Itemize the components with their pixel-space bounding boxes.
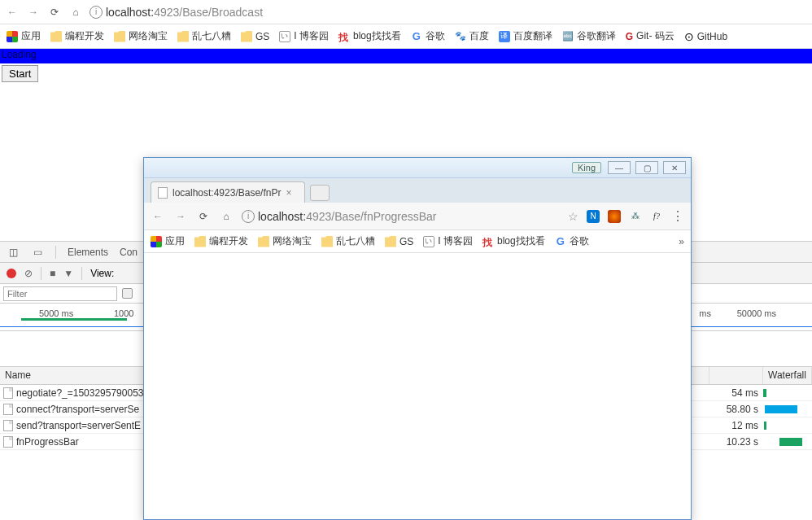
- timeline-load-bar: [21, 318, 127, 321]
- googtr-icon: 🔤: [562, 31, 574, 42]
- popup-home-button[interactable]: ⌂: [219, 209, 234, 224]
- start-button[interactable]: Start: [2, 65, 38, 82]
- bookmark-item[interactable]: ⊙GitHub: [684, 30, 727, 43]
- waterfall-bar: [764, 422, 766, 430]
- col-time[interactable]: [709, 367, 763, 384]
- ext-icon-f[interactable]: f?: [650, 210, 663, 223]
- ext-icon-circle[interactable]: [608, 210, 621, 223]
- menu-button[interactable]: ⋮: [671, 208, 684, 224]
- folder-icon: [321, 236, 333, 247]
- bookmark-label: I 博客园: [294, 29, 329, 43]
- apps-icon: [7, 31, 18, 42]
- new-tab-button[interactable]: [310, 185, 330, 201]
- site-info-icon[interactable]: i: [242, 210, 255, 223]
- camera-icon[interactable]: ■: [50, 268, 55, 279]
- timeline-tick: 5000 ms: [39, 308, 73, 318]
- paw-icon: 🐾: [455, 31, 466, 42]
- request-time: 10.23 s: [709, 436, 763, 448]
- maximize-button[interactable]: ▢: [635, 161, 658, 174]
- blue-i-icon: [279, 31, 290, 42]
- back-button[interactable]: ←: [5, 5, 20, 20]
- bookmark-item[interactable]: 🐾百度: [455, 29, 489, 43]
- git-icon: G: [626, 31, 633, 42]
- file-icon: [3, 404, 13, 415]
- bookmark-item[interactable]: 编程开发: [194, 234, 248, 248]
- bookmark-item[interactable]: 译百度翻译: [499, 29, 552, 43]
- bookmark-item[interactable]: G谷歌: [411, 29, 445, 43]
- folder-icon: [194, 236, 206, 247]
- bookmark-item[interactable]: GS: [241, 31, 269, 42]
- ext-icon-pulse[interactable]: ⁂: [629, 210, 642, 223]
- popup-titlebar[interactable]: King — ▢ ✕: [144, 158, 691, 178]
- bookmark-label: 应用: [21, 29, 41, 43]
- bookmark-item[interactable]: I 博客园: [423, 234, 473, 248]
- bookmark-item[interactable]: 🔤谷歌翻译: [562, 29, 616, 43]
- bookmark-item[interactable]: 编程开发: [50, 29, 104, 43]
- window-badge: King: [572, 162, 601, 173]
- col-waterfall[interactable]: Waterfall: [763, 367, 812, 384]
- waterfall-bar: [763, 389, 766, 397]
- regex-checkbox[interactable]: [122, 288, 133, 299]
- folder-icon: [385, 236, 396, 247]
- bookmarks-overflow[interactable]: »: [679, 236, 684, 247]
- request-name: fnProgressBar: [16, 436, 79, 448]
- bookmark-item[interactable]: 找blog找找看: [482, 234, 545, 248]
- bookmark-item[interactable]: I 博客园: [279, 29, 329, 43]
- bookmark-item[interactable]: G谷歌: [555, 234, 589, 248]
- bookmark-item[interactable]: 应用: [151, 234, 185, 248]
- popup-bookmarks-bar: 应用编程开发网络淘宝乱七八糟GSI 博客园找blog找找看G谷歌»: [144, 230, 691, 253]
- folder-icon: [241, 31, 252, 42]
- bookmark-item[interactable]: GGit- 码云: [626, 29, 674, 43]
- bookmark-item[interactable]: 网络淘宝: [114, 29, 168, 43]
- inspect-icon[interactable]: ◫: [7, 247, 20, 258]
- bookmark-label: 谷歌翻译: [577, 29, 616, 43]
- popup-reload-button[interactable]: ⟳: [196, 209, 211, 224]
- tab-close-icon[interactable]: ×: [286, 187, 291, 199]
- minimize-button[interactable]: —: [608, 161, 631, 174]
- device-icon[interactable]: ▭: [31, 247, 44, 258]
- bookmark-item[interactable]: GS: [385, 236, 413, 247]
- filter-icon[interactable]: ▼: [63, 268, 73, 279]
- bookmark-label: 乱七八糟: [336, 234, 375, 248]
- waterfall-bar: [765, 405, 797, 413]
- ext-icon-aspnet[interactable]: N: [587, 210, 600, 223]
- address-bar[interactable]: i localhost:4923/Base/Broadcast: [89, 2, 807, 22]
- bookmark-label: 百度: [469, 29, 489, 43]
- forward-button[interactable]: →: [26, 5, 41, 20]
- request-name: send?transport=serverSentE: [16, 420, 141, 431]
- popup-url-path: 4923/Base/fnProgressBar: [306, 210, 436, 223]
- bookmark-label: 编程开发: [209, 234, 248, 248]
- bookmark-label: Git- 码云: [636, 29, 674, 43]
- bookmark-item[interactable]: 网络淘宝: [258, 234, 312, 248]
- folder-icon: [258, 236, 269, 247]
- bookmark-item[interactable]: 乱七八糟: [177, 29, 231, 43]
- bookmark-item[interactable]: 乱七八糟: [321, 234, 375, 248]
- bookmark-label: GS: [399, 236, 413, 247]
- bookmark-star-icon[interactable]: ☆: [568, 210, 578, 223]
- clear-icon[interactable]: ⊘: [24, 268, 33, 279]
- reload-button[interactable]: ⟳: [47, 5, 62, 20]
- bookmark-item[interactable]: 找blog找找看: [338, 29, 401, 43]
- tab-console[interactable]: Con: [120, 247, 138, 258]
- file-icon: [3, 420, 13, 431]
- find-icon: 找: [338, 31, 350, 42]
- gh-icon: ⊙: [684, 30, 694, 43]
- browser-tab[interactable]: localhost:4923/Base/fnPr ×: [151, 181, 305, 203]
- bookmark-item[interactable]: 应用: [7, 29, 41, 43]
- popup-forward-button[interactable]: →: [173, 209, 188, 224]
- home-button[interactable]: ⌂: [68, 5, 83, 20]
- waterfall-bar: [779, 438, 802, 446]
- popup-address-bar[interactable]: i localhost:4923/Base/fnProgressBar: [242, 207, 557, 226]
- close-button[interactable]: ✕: [663, 161, 686, 174]
- bookmark-label: 谷歌: [570, 234, 589, 248]
- popup-nav-bar: ← → ⟳ ⌂ i localhost:4923/Base/fnProgress…: [144, 203, 691, 230]
- google-icon: G: [555, 235, 566, 247]
- bookmark-label: 网络淘宝: [129, 29, 168, 43]
- folder-icon: [177, 31, 189, 42]
- filter-input[interactable]: [3, 286, 117, 301]
- popup-back-button[interactable]: ←: [151, 209, 165, 224]
- loading-text: Loading: [2, 49, 37, 60]
- site-info-icon[interactable]: i: [89, 6, 103, 19]
- tab-elements[interactable]: Elements: [68, 247, 108, 258]
- record-button[interactable]: [7, 269, 16, 278]
